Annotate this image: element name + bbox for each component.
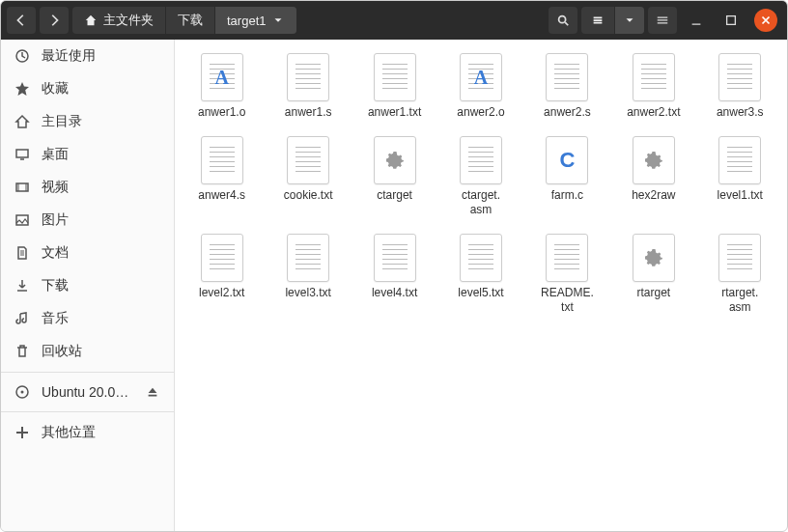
- file-item[interactable]: Cfarm.c: [524, 134, 610, 218]
- body: 最近使用收藏主目录桌面视频图片文档下载音乐回收站 Ubuntu 20.0…: [1, 40, 787, 531]
- file-item[interactable]: anwer2.s: [524, 51, 610, 121]
- file-item[interactable]: rtarget: [610, 232, 696, 316]
- file-thumb: A: [460, 53, 502, 101]
- sidebar-item-label: 视频: [42, 179, 69, 196]
- breadcrumb-middle[interactable]: 下载: [166, 7, 215, 34]
- sidebar-item-home[interactable]: 主目录: [1, 105, 174, 138]
- file-item[interactable]: anwer3.s: [697, 51, 783, 121]
- file-name: anwer2.o: [457, 105, 504, 119]
- breadcrumb-current-label: target1: [227, 14, 266, 28]
- download-icon: [14, 278, 30, 294]
- sidebar-item-trash[interactable]: 回收站: [1, 335, 174, 368]
- file-name: anwer1.txt: [368, 105, 421, 119]
- file-name: cookie.txt: [284, 188, 333, 202]
- minimize-button[interactable]: [685, 9, 708, 32]
- breadcrumb-root-label: 主文件夹: [103, 12, 154, 29]
- view-dropdown-button[interactable]: [615, 7, 644, 34]
- file-thumb: [718, 136, 761, 184]
- breadcrumb-root[interactable]: 主文件夹: [72, 7, 166, 34]
- close-icon: [759, 14, 773, 27]
- file-item[interactable]: hex2raw: [610, 134, 696, 218]
- back-button[interactable]: [7, 7, 36, 34]
- sidebar-other-label: 其他位置: [42, 424, 96, 441]
- file-item[interactable]: cookie.txt: [265, 134, 351, 218]
- file-thumb: [201, 234, 243, 282]
- star-icon: [14, 81, 30, 97]
- file-thumb: [633, 136, 675, 184]
- sidebar-item-label: 图片: [42, 211, 69, 229]
- file-thumb: [633, 234, 675, 282]
- sidebar-item-label: 下载: [42, 277, 69, 294]
- titlebar: 主文件夹 下载 target1: [1, 1, 787, 40]
- file-name: level4.txt: [372, 286, 417, 299]
- svg-rect-3: [16, 150, 28, 157]
- sidebar-item-video[interactable]: 视频: [1, 171, 174, 204]
- sidebar-item-clock[interactable]: 最近使用: [1, 40, 174, 72]
- file-thumb: [546, 234, 588, 282]
- sidebar-item-label: 主目录: [42, 113, 82, 130]
- file-thumb: [718, 53, 761, 101]
- file-item[interactable]: Aanwer1.o: [179, 51, 265, 121]
- sidebar-item-image[interactable]: 图片: [1, 204, 174, 237]
- file-name: ctarget.asm: [462, 188, 500, 216]
- breadcrumb-current[interactable]: target1: [215, 7, 296, 34]
- disc-icon: [14, 384, 30, 400]
- search-button[interactable]: [549, 7, 577, 34]
- file-thumb: A: [201, 53, 243, 101]
- caret-down-icon: [271, 14, 285, 27]
- file-name: anwer4.s: [198, 188, 245, 202]
- sidebar-item-star[interactable]: 收藏: [1, 72, 174, 105]
- svg-rect-1: [727, 16, 736, 25]
- file-item[interactable]: anwer1.txt: [352, 51, 437, 121]
- sidebar-item-document[interactable]: 文档: [1, 237, 174, 269]
- file-thumb: [374, 136, 416, 184]
- file-thumb: [718, 234, 761, 282]
- file-name: anwer2.txt: [627, 105, 680, 119]
- close-button[interactable]: [754, 9, 777, 32]
- file-thumb: [633, 53, 675, 101]
- file-item[interactable]: rtarget.asm: [697, 232, 783, 316]
- music-icon: [14, 311, 30, 326]
- sidebar-item-label: 桌面: [42, 146, 69, 163]
- file-name: level1.txt: [718, 188, 763, 202]
- sidebar-mount[interactable]: Ubuntu 20.0…: [1, 377, 174, 407]
- file-item[interactable]: level5.txt: [437, 232, 523, 316]
- file-item[interactable]: Aanwer2.o: [437, 51, 523, 121]
- file-item[interactable]: anwer1.s: [265, 51, 351, 121]
- menu-icon: [656, 14, 669, 27]
- file-item[interactable]: level4.txt: [352, 232, 437, 316]
- sidebar-item-download[interactable]: 下载: [1, 269, 174, 302]
- file-item[interactable]: level3.txt: [265, 232, 351, 316]
- trash-icon: [14, 344, 30, 359]
- view-mode-button[interactable]: [581, 7, 615, 34]
- sidebar-separator: [1, 411, 174, 412]
- file-name: rtarget.asm: [721, 286, 758, 314]
- file-name: anwer2.s: [544, 105, 591, 119]
- content-area[interactable]: Aanwer1.oanwer1.sanwer1.txtAanwer2.oanwe…: [175, 40, 787, 531]
- sidebar-item-desktop[interactable]: 桌面: [1, 138, 174, 171]
- view-options: [581, 7, 644, 34]
- forward-button[interactable]: [40, 7, 69, 34]
- file-item[interactable]: anwer2.txt: [610, 51, 696, 121]
- home-icon: [14, 114, 30, 129]
- file-name: anwer1.s: [285, 105, 332, 119]
- file-item[interactable]: level2.txt: [179, 232, 265, 316]
- sidebar-item-label: 音乐: [42, 310, 69, 327]
- file-thumb: [460, 136, 502, 184]
- file-item[interactable]: README.txt: [524, 232, 610, 316]
- breadcrumb: 主文件夹 下载 target1: [72, 7, 296, 34]
- file-grid: Aanwer1.oanwer1.sanwer1.txtAanwer2.oanwe…: [179, 51, 783, 316]
- file-item[interactable]: level1.txt: [697, 134, 783, 218]
- hamburger-button[interactable]: [648, 7, 677, 34]
- sidebar-item-label: 文档: [42, 244, 69, 262]
- maximize-button[interactable]: [719, 9, 743, 32]
- file-item[interactable]: anwer4.s: [179, 134, 265, 218]
- sidebar-other-locations[interactable]: 其他位置: [1, 416, 174, 449]
- breadcrumb-middle-label: 下载: [178, 12, 203, 29]
- sidebar-separator: [1, 372, 174, 373]
- file-name: level2.txt: [199, 286, 244, 299]
- file-item[interactable]: ctarget.asm: [437, 134, 523, 218]
- sidebar-item-music[interactable]: 音乐: [1, 302, 174, 335]
- eject-icon[interactable]: [145, 385, 160, 399]
- file-item[interactable]: ctarget: [352, 134, 437, 218]
